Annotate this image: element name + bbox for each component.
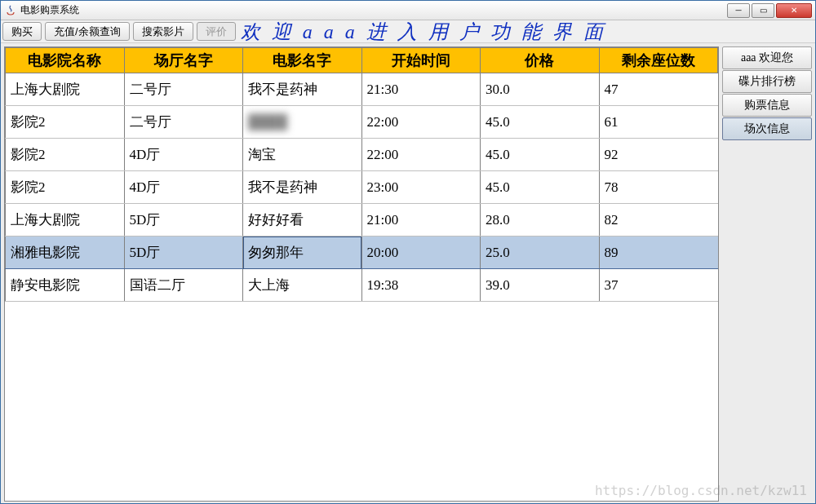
cell-start[interactable]: 22:00 xyxy=(361,106,481,139)
cell-price[interactable]: 39.0 xyxy=(481,269,600,302)
table-row[interactable]: 静安电影院国语二厅大上海19:3839.037 xyxy=(6,269,718,302)
sidebar-tab[interactable]: 场次信息 xyxy=(722,117,812,140)
cell-hall[interactable]: 二号厅 xyxy=(124,73,243,106)
search-button[interactable]: 搜索影片 xyxy=(133,22,193,41)
cell-cinema[interactable]: 上海大剧院 xyxy=(6,73,125,106)
cell-seats[interactable]: 37 xyxy=(599,269,718,302)
cell-hall[interactable]: 5D厅 xyxy=(124,204,243,237)
cell-movie[interactable]: ████ xyxy=(243,106,362,139)
cell-seats[interactable]: 82 xyxy=(599,204,718,237)
cell-seats[interactable]: 61 xyxy=(599,106,718,139)
cell-price[interactable]: 28.0 xyxy=(481,204,600,237)
sidebar-tab[interactable]: 碟片排行榜 xyxy=(722,70,812,93)
table-body: 上海大剧院二号厅我不是药神21:3030.047影院2二号厅████22:004… xyxy=(6,73,718,302)
table-row[interactable]: 上海大剧院5D厅好好好看21:0028.082 xyxy=(6,204,718,237)
minimize-button[interactable]: ─ xyxy=(727,3,750,18)
column-header[interactable]: 场厅名字 xyxy=(124,48,243,73)
cell-movie[interactable]: 好好好看 xyxy=(243,204,362,237)
toolbar: 购买 充值/余额查询 搜索影片 评价 欢迎aaa进入用户功能界面 xyxy=(1,20,815,43)
table-row[interactable]: 上海大剧院二号厅我不是药神21:3030.047 xyxy=(6,73,718,106)
window-title: 电影购票系统 xyxy=(20,3,727,17)
cell-price[interactable]: 45.0 xyxy=(481,106,600,139)
column-header[interactable]: 电影名字 xyxy=(243,48,362,73)
cell-hall[interactable]: 国语二厅 xyxy=(124,269,243,302)
column-header[interactable]: 剩余座位数 xyxy=(599,48,718,73)
cell-start[interactable]: 22:00 xyxy=(361,139,481,171)
cell-movie[interactable]: 我不是药神 xyxy=(243,73,362,106)
watermark: https://blog.csdn.net/kzw11 xyxy=(595,483,807,498)
cell-price[interactable]: 25.0 xyxy=(481,237,600,269)
cell-movie[interactable]: 我不是药神 xyxy=(243,171,362,204)
cell-start[interactable]: 21:30 xyxy=(361,73,481,106)
cell-movie[interactable]: 淘宝 xyxy=(243,139,362,171)
schedule-table-panel: 电影院名称场厅名字电影名字开始时间价格剩余座位数 上海大剧院二号厅我不是药神21… xyxy=(4,46,719,502)
cell-hall[interactable]: 4D厅 xyxy=(124,139,243,171)
titlebar: 电影购票系统 ─ ▭ ✕ xyxy=(1,1,815,20)
sidebar-tab[interactable]: aaa 欢迎您 xyxy=(722,46,812,69)
cell-hall[interactable]: 二号厅 xyxy=(124,106,243,139)
column-header[interactable]: 开始时间 xyxy=(361,48,481,73)
table-row[interactable]: 湘雅电影院5D厅匆匆那年20:0025.089 xyxy=(6,237,718,269)
cell-price[interactable]: 30.0 xyxy=(481,73,600,106)
cell-start[interactable]: 23:00 xyxy=(361,171,481,204)
cell-seats[interactable]: 92 xyxy=(599,139,718,171)
cell-movie[interactable]: 匆匆那年 xyxy=(243,237,362,269)
cell-cinema[interactable]: 静安电影院 xyxy=(6,269,125,302)
cell-cinema[interactable]: 湘雅电影院 xyxy=(6,237,125,269)
cell-seats[interactable]: 78 xyxy=(599,171,718,204)
app-window: 电影购票系统 ─ ▭ ✕ 购买 充值/余额查询 搜索影片 评价 欢迎aaa进入用… xyxy=(0,0,816,504)
cell-start[interactable]: 19:38 xyxy=(361,269,481,302)
table-header-row: 电影院名称场厅名字电影名字开始时间价格剩余座位数 xyxy=(6,48,718,73)
recharge-button[interactable]: 充值/余额查询 xyxy=(45,22,130,41)
cell-cinema[interactable]: 上海大剧院 xyxy=(6,204,125,237)
column-header[interactable]: 电影院名称 xyxy=(6,48,125,73)
cell-movie[interactable]: 大上海 xyxy=(243,269,362,302)
cell-start[interactable]: 21:00 xyxy=(361,204,481,237)
table-row[interactable]: 影院2二号厅████22:0045.061 xyxy=(6,106,718,139)
maximize-button[interactable]: ▭ xyxy=(752,3,774,18)
column-header[interactable]: 价格 xyxy=(481,48,600,73)
table-row[interactable]: 影院24D厅淘宝22:0045.092 xyxy=(6,139,718,171)
window-controls: ─ ▭ ✕ xyxy=(727,3,812,18)
buy-button[interactable]: 购买 xyxy=(2,22,42,41)
welcome-banner: 欢迎aaa进入用户功能界面 xyxy=(237,20,815,42)
cell-price[interactable]: 45.0 xyxy=(481,139,600,171)
cell-seats[interactable]: 47 xyxy=(599,73,718,106)
review-button: 评价 xyxy=(197,22,236,41)
sidebar-tab[interactable]: 购票信息 xyxy=(722,94,812,117)
main-area: 电影院名称场厅名字电影名字开始时间价格剩余座位数 上海大剧院二号厅我不是药神21… xyxy=(1,43,815,502)
cell-seats[interactable]: 89 xyxy=(599,237,718,269)
cell-price[interactable]: 45.0 xyxy=(481,171,600,204)
cell-cinema[interactable]: 影院2 xyxy=(6,139,125,171)
schedule-table[interactable]: 电影院名称场厅名字电影名字开始时间价格剩余座位数 上海大剧院二号厅我不是药神21… xyxy=(5,47,718,302)
sidebar: aaa 欢迎您碟片排行榜购票信息场次信息 xyxy=(722,46,815,502)
cell-cinema[interactable]: 影院2 xyxy=(6,106,125,139)
cell-cinema[interactable]: 影院2 xyxy=(6,171,125,204)
cell-hall[interactable]: 4D厅 xyxy=(124,171,243,204)
close-button[interactable]: ✕ xyxy=(776,3,812,18)
java-icon xyxy=(4,4,17,17)
cell-start[interactable]: 20:00 xyxy=(361,237,481,269)
table-row[interactable]: 影院24D厅我不是药神23:0045.078 xyxy=(6,171,718,204)
cell-hall[interactable]: 5D厅 xyxy=(124,237,243,269)
